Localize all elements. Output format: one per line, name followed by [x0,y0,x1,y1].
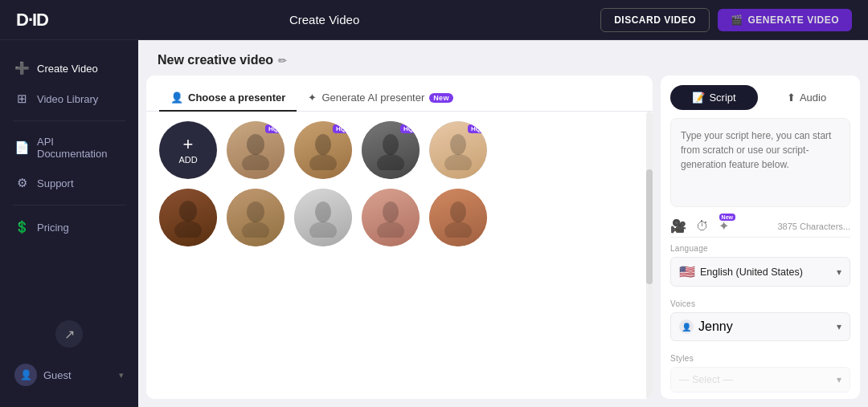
create-video-icon: ➕ [14,61,29,75]
video-library-icon: ⊞ [14,92,29,106]
video-center: 👤 Choose a presenter ✦ Generate AI prese… [146,75,653,399]
styles-select[interactable]: — Select — ▾ [670,367,850,393]
language-label: Language [670,244,850,253]
svg-point-7 [444,154,472,170]
generate-ai-icon: ✦ [308,92,317,104]
styles-chevron-icon: ▾ [837,374,841,385]
add-presenter-button[interactable]: + ADD [159,121,217,179]
svg-point-8 [179,201,197,222]
pricing-icon: 💲 [14,220,29,234]
choose-presenter-icon: 👤 [170,92,183,104]
tab-generate-ai-presenter[interactable]: ✦ Generate AI presenter New [297,85,464,112]
voices-select[interactable]: 👤 Jenny ▾ [670,312,850,341]
styles-placeholder: — Select — [679,374,733,385]
content-area: New creative video ✏ 👤 Choose a presente… [138,40,868,407]
script-tools: 🎥 ⏱ ✦ New [670,218,729,234]
generate-video-button[interactable]: 🎬 GENERATE VIDEO [718,9,852,31]
svg-point-3 [309,154,337,170]
presenter-avatar-8[interactable] [362,189,420,246]
hq-badge: HQ [333,124,349,133]
hq-badge: HQ [265,124,281,133]
add-icon: + [183,136,194,153]
topbar: D·ID Create Video DISCARD VIDEO 🎬 GENERA… [0,0,868,40]
sidebar-item-support[interactable]: ⚙ Support [0,168,138,198]
svg-point-12 [315,201,331,222]
topbar-actions: DISCARD VIDEO 🎬 GENERATE VIDEO [600,8,852,32]
svg-point-13 [309,222,337,238]
svg-point-15 [377,222,404,238]
video-title: New creative video [158,53,273,67]
svg-point-4 [383,134,399,155]
sidebar-divider-2 [13,205,125,206]
hq-badge: HQ [400,124,416,133]
api-doc-icon: 📄 [14,140,29,155]
script-audio-tabs: 📝 Script ⬆ Audio [661,75,860,110]
tab-script[interactable]: 📝 Script [670,85,758,110]
styles-label: Styles [670,354,850,363]
video-title-bar: New creative video ✏ [138,40,868,75]
ai-tool-new-badge: New [719,214,735,221]
redirect-button[interactable]: ↗ [55,320,83,348]
right-panel: 📝 Script ⬆ Audio 🎥 ⏱ ✦ N [661,75,860,399]
user-chevron: ▾ [119,370,124,381]
support-icon: ⚙ [14,176,29,190]
sidebar-item-video-library[interactable]: ⊞ Video Library [0,83,138,114]
sidebar-divider-1 [13,120,125,121]
ai-tool-icon[interactable]: ✦ New [719,218,729,234]
voice-avatar-icon: 👤 [679,319,694,334]
logo: D·ID [16,10,48,31]
camera-tool-icon[interactable]: 🎥 [670,218,686,234]
script-icon: 📝 [692,92,705,104]
svg-point-11 [242,222,269,238]
svg-point-6 [450,134,466,155]
sidebar: ➕ Create Video ⊞ Video Library 📄 API Doc… [0,40,138,407]
discard-video-button[interactable]: DISCARD VIDEO [600,8,710,32]
audio-icon: ⬆ [787,92,796,104]
timer-tool-icon[interactable]: ⏱ [696,219,709,234]
scroll-track [646,112,653,399]
presenter-avatar-2[interactable]: HQ [294,121,352,179]
svg-point-14 [383,201,399,222]
logo-text: D·ID [16,10,48,31]
generate-icon: 🎬 [731,14,743,26]
avatar: 👤 [14,364,37,386]
edit-title-icon[interactable]: ✏ [278,55,287,67]
styles-field: Styles — Select — ▾ [661,348,860,399]
sidebar-item-create-video[interactable]: ➕ Create Video [0,53,138,83]
page-title: Create Video [289,13,359,26]
language-field: Language 🇺🇸 English (United States) ▾ [661,238,860,293]
presenter-avatar-6[interactable] [227,189,285,246]
svg-point-5 [377,154,404,170]
presenter-avatar-3[interactable]: HQ [362,121,420,179]
presenter-selector: 👤 Choose a presenter ✦ Generate AI prese… [146,75,653,399]
sidebar-item-pricing[interactable]: 💲 Pricing [0,212,138,242]
main-layout: ➕ Create Video ⊞ Video Library 📄 API Doc… [0,40,868,407]
language-chevron-icon: ▾ [837,267,841,278]
scroll-thumb[interactable] [646,169,653,284]
presenter-avatar-9[interactable] [429,189,487,246]
voices-label: Voices [670,299,850,308]
svg-point-2 [315,134,331,155]
voices-field: Voices 👤 Jenny ▾ [661,293,860,348]
sidebar-item-api-documentation[interactable]: 📄 API Documentation [0,128,138,168]
svg-point-10 [247,201,264,222]
svg-point-1 [242,154,269,170]
user-menu[interactable]: 👤 Guest ▾ [0,356,138,394]
svg-point-16 [450,201,466,222]
presenter-avatar-7[interactable] [294,189,352,246]
presenter-avatar-5[interactable] [159,189,217,246]
presenter-avatar-4[interactable]: HQ [429,121,487,179]
redirect-area: ↗ [0,312,138,356]
char-count: 3875 Characters... [778,222,851,231]
presenter-avatar-1[interactable]: HQ [227,121,285,179]
language-select[interactable]: 🇺🇸 English (United States) ▾ [670,257,850,287]
presenter-row-2 [159,189,640,246]
script-textarea[interactable] [670,118,850,207]
presenter-tabs: 👤 Choose a presenter ✦ Generate AI prese… [146,75,653,112]
presenter-row-1: + ADD HQ [159,121,640,179]
svg-point-0 [247,134,264,155]
hq-badge: HQ [468,124,484,133]
tab-audio[interactable]: ⬆ Audio [763,85,850,110]
flag-icon: 🇺🇸 [679,264,695,279]
tab-choose-presenter[interactable]: 👤 Choose a presenter [159,85,297,112]
